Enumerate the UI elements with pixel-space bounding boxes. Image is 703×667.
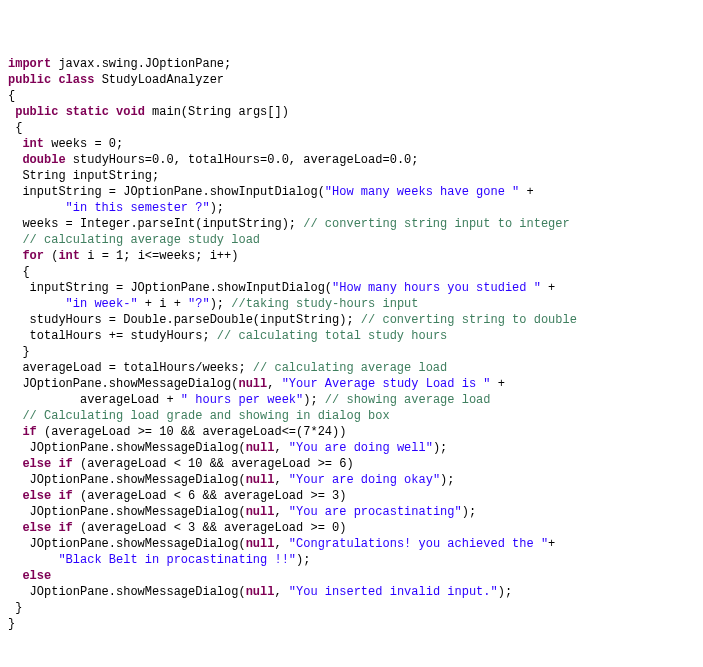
code-line: averageLoad = totalHours/weeks; // calcu… <box>8 360 695 376</box>
code-text: inputString = JOptionPane.showInputDialo… <box>8 185 325 199</box>
keyword-int: int <box>58 249 80 263</box>
code-line: JOptionPane.showMessageDialog(null, "Con… <box>8 536 695 552</box>
code-line: for (int i = 1; i<=weeks; i++) <box>8 248 695 264</box>
keyword-class: class <box>58 73 94 87</box>
code-text: totalHours += studyHours; <box>8 329 217 343</box>
keyword-null: null <box>246 537 275 551</box>
code-text <box>8 553 58 567</box>
code-line: { <box>8 264 695 280</box>
code-line: String inputString; <box>8 168 695 184</box>
keyword-double: double <box>22 153 65 167</box>
code-line: weeks = Integer.parseInt(inputString); /… <box>8 216 695 232</box>
code-line: inputString = JOptionPane.showInputDialo… <box>8 280 695 296</box>
code-line: averageLoad + " hours per week"); // sho… <box>8 392 695 408</box>
code-line: JOptionPane.showMessageDialog(null, "You… <box>8 440 695 456</box>
code-line: "Black Belt in procastinating !!"); <box>8 552 695 568</box>
keyword-if: if <box>58 521 72 535</box>
keyword-if: if <box>22 425 36 439</box>
code-text: averageLoad + <box>8 393 181 407</box>
keyword-public: public <box>8 73 51 87</box>
comment: // Calculating load grade and showing in… <box>22 409 389 423</box>
code-text: inputString = JOptionPane.showInputDialo… <box>8 281 332 295</box>
keyword-null: null <box>246 441 275 455</box>
code-text: JOptionPane.showMessageDialog( <box>8 377 238 391</box>
code-line: inputString = JOptionPane.showInputDialo… <box>8 184 695 200</box>
code-line: int weeks = 0; <box>8 136 695 152</box>
code-text: weeks = 0; <box>44 137 123 151</box>
string-literal: "You are procastinating" <box>289 505 462 519</box>
method-signature: main(String args[]) <box>145 105 289 119</box>
string-literal: "Your are doing okay" <box>289 473 440 487</box>
code-text <box>8 249 22 263</box>
code-text: , <box>267 377 281 391</box>
code-text: + <box>519 185 533 199</box>
code-text <box>8 457 22 471</box>
code-text <box>8 569 22 583</box>
string-literal: " hours per week" <box>181 393 303 407</box>
code-text: ); <box>210 201 224 215</box>
code-text: , <box>274 585 288 599</box>
code-text <box>8 297 66 311</box>
code-block: import javax.swing.JOptionPane;public cl… <box>8 56 695 632</box>
code-line: else if (averageLoad < 6 && averageLoad … <box>8 488 695 504</box>
code-text <box>8 201 66 215</box>
code-line: if (averageLoad >= 10 && averageLoad<=(7… <box>8 424 695 440</box>
code-line: else <box>8 568 695 584</box>
code-text: , <box>274 441 288 455</box>
string-literal: "How many weeks have gone " <box>325 185 519 199</box>
code-text <box>8 489 22 503</box>
code-text <box>8 153 22 167</box>
code-line: // calculating average study load <box>8 232 695 248</box>
code-text: ( <box>44 249 58 263</box>
code-line: totalHours += studyHours; // calculating… <box>8 328 695 344</box>
code-text: studyHours=0.0, totalHours=0.0, averageL… <box>66 153 419 167</box>
keyword-void: void <box>116 105 145 119</box>
code-text: (averageLoad < 10 && averageLoad >= 6) <box>73 457 354 471</box>
comment: //taking study-hours input <box>231 297 418 311</box>
comment: // calculating average load <box>253 361 447 375</box>
code-line: public class StudyLoadAnalyzer <box>8 72 695 88</box>
code-line: studyHours = Double.parseDouble(inputStr… <box>8 312 695 328</box>
comment: // converting string input to integer <box>303 217 569 231</box>
code-text: i = 1; i<=weeks; i++) <box>80 249 238 263</box>
code-text: JOptionPane.showMessageDialog( <box>8 473 246 487</box>
keyword-public: public <box>15 105 58 119</box>
string-literal: "?" <box>188 297 210 311</box>
code-line: else if (averageLoad < 3 && averageLoad … <box>8 520 695 536</box>
keyword-if: if <box>58 489 72 503</box>
string-literal: "Black Belt in procastinating !!" <box>58 553 296 567</box>
code-line: import javax.swing.JOptionPane; <box>8 56 695 72</box>
code-text <box>8 521 22 535</box>
class-name: StudyLoadAnalyzer <box>94 73 224 87</box>
keyword-int: int <box>22 137 44 151</box>
code-line: } <box>8 616 695 632</box>
keyword-for: for <box>22 249 44 263</box>
code-text: + i + <box>138 297 188 311</box>
code-text: , <box>274 537 288 551</box>
code-line: JOptionPane.showMessageDialog(null, "You… <box>8 504 695 520</box>
keyword-if: if <box>58 457 72 471</box>
string-literal: "Your Average study Load is " <box>282 377 491 391</box>
comment: // showing average load <box>325 393 491 407</box>
comment: // calculating average study load <box>22 233 260 247</box>
keyword-static: static <box>66 105 109 119</box>
code-text: (averageLoad < 6 && averageLoad >= 3) <box>73 489 347 503</box>
code-text: + <box>548 537 555 551</box>
code-text <box>8 409 22 423</box>
code-text: javax.swing.JOptionPane; <box>51 57 231 71</box>
code-line: } <box>8 600 695 616</box>
code-line: "in week-" + i + "?"); //taking study-ho… <box>8 296 695 312</box>
code-line: // Calculating load grade and showing in… <box>8 408 695 424</box>
keyword-else: else <box>22 521 51 535</box>
code-text: ); <box>433 441 447 455</box>
keyword-null: null <box>246 473 275 487</box>
code-text <box>8 233 22 247</box>
code-text <box>109 105 116 119</box>
code-text: ); <box>462 505 476 519</box>
string-literal: "How many hours you studied " <box>332 281 541 295</box>
code-line: JOptionPane.showMessageDialog(null, "You… <box>8 376 695 392</box>
code-line: { <box>8 88 695 104</box>
code-line: JOptionPane.showMessageDialog(null, "You… <box>8 472 695 488</box>
code-line: } <box>8 344 695 360</box>
code-text: ); <box>440 473 454 487</box>
